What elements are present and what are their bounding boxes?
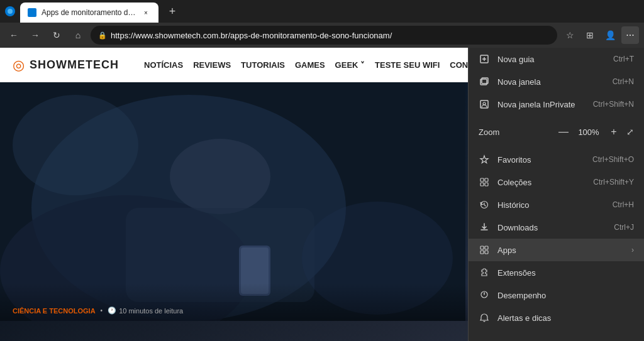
menu-item-downloads[interactable]: Downloads Ctrl+J [469, 216, 644, 239]
refresh-button[interactable]: ↻ [48, 26, 65, 44]
tab-close-button[interactable]: × [141, 8, 151, 18]
address-bar-input[interactable]: 🔒 https://www.showmetech.com.br/apps-de-… [91, 26, 557, 45]
nova-guia-label: Nova guia [497, 55, 606, 64]
svg-rect-18 [485, 178, 488, 181]
nav-wifi[interactable]: TESTE SEU WIFI [375, 60, 440, 70]
context-menu: Nova guia Ctrl+T Nova janela Ctrl+N Nova… [468, 48, 644, 341]
apps-label: Apps [497, 246, 624, 255]
historico-shortcut: Ctrl+H [613, 200, 634, 209]
lock-icon: 🔒 [98, 31, 107, 40]
toolbar-right: ☆ ⊞ 👤 ··· [561, 26, 639, 44]
svg-point-0 [8, 9, 13, 14]
apps-arrow: › [631, 246, 634, 254]
address-bar: ← → ↻ ⌂ 🔒 https://www.showmetech.com.br/… [0, 23, 644, 48]
menu-item-alertas[interactable]: Alertas e dicas [469, 306, 644, 329]
nova-guia-shortcut: Ctrl+T [613, 55, 634, 63]
desempenho-icon [479, 290, 490, 301]
downloads-shortcut: Ctrl+J [614, 223, 634, 232]
menu-item-colecoes[interactable]: Coleções Ctrl+Shift+Y [469, 171, 644, 193]
menu-item-nova-janela[interactable]: Nova janela Ctrl+N [469, 70, 644, 93]
logo-text: SHOWMETECH [30, 58, 119, 72]
inprivate-icon [479, 99, 490, 110]
page-content: ◎ SHOWMETECH NOTÍCIAS REVIEWS TUTORIAIS … [0, 48, 644, 341]
colecoes-shortcut: Ctrl+Shift+Y [593, 178, 634, 187]
zoom-in-button[interactable]: + [606, 124, 621, 139]
nav-noticias[interactable]: NOTÍCIAS [144, 60, 183, 70]
nova-janela-icon [479, 76, 490, 87]
back-button[interactable]: ← [5, 26, 23, 44]
favoritos-icon [479, 154, 490, 165]
nova-janela-label: Nova janela [497, 77, 605, 87]
forward-button[interactable]: → [26, 26, 44, 44]
profile-button[interactable]: 👤 [601, 26, 619, 44]
nova-janela-shortcut: Ctrl+N [613, 77, 634, 86]
zoom-out-button[interactable]: — [556, 124, 571, 139]
svg-rect-24 [480, 251, 484, 254]
nova-guia-icon [479, 53, 490, 65]
alertas-label: Alertas e dicas [497, 313, 634, 323]
svg-point-8 [13, 95, 138, 195]
nav-reviews[interactable]: REVIEWS [193, 60, 231, 70]
nav-games[interactable]: GAMES [295, 60, 325, 70]
colecoes-label: Coleções [497, 178, 586, 187]
alertas-icon [479, 312, 490, 323]
zoom-controls: — 100% + ⤢ [556, 124, 634, 139]
browser-icon [5, 6, 15, 16]
hero-category: CIÊNCIA E TECNOLOGIA [13, 307, 96, 315]
menu-item-favoritos[interactable]: Favoritos Ctrl+Shift+O [469, 148, 644, 171]
hero-caption: CIÊNCIA E TECNOLOGIA • 🕐 10 minutos de l… [13, 306, 183, 315]
inprivate-label: Nova janela InPrivate [497, 100, 586, 109]
nav-tutoriais[interactable]: TUTORIAIS [241, 60, 285, 70]
svg-rect-17 [480, 178, 484, 181]
collections-button[interactable]: ⊞ [581, 26, 599, 44]
desempenho-label: Desempenho [497, 291, 634, 300]
read-time-text: 10 minutos de leitura [119, 307, 183, 315]
zoom-expand-button[interactable]: ⤢ [626, 127, 634, 137]
menu-item-historico[interactable]: Histórico Ctrl+H [469, 193, 644, 216]
svg-rect-22 [480, 246, 484, 249]
zoom-label: Zoom [479, 127, 551, 137]
extensoes-label: Extensões [497, 268, 634, 278]
downloads-icon [479, 222, 490, 233]
svg-point-4 [170, 139, 270, 214]
menu-item-nova-guia[interactable]: Nova guia Ctrl+T [469, 48, 644, 70]
active-tab[interactable]: Apps de monitoramento de sono... × [20, 3, 158, 23]
apps-icon [479, 244, 490, 256]
tab-bar: Apps de monitoramento de sono... × + [0, 0, 644, 23]
menu-item-imprimir[interactable]: Imprimir Ctrl+P [469, 334, 644, 341]
colecoes-icon [479, 176, 490, 188]
svg-point-16 [483, 102, 486, 105]
menu-button[interactable]: ··· [621, 26, 639, 44]
zoom-control-row: Zoom — 100% + ⤢ [469, 121, 644, 143]
nav-geek[interactable]: GEEK ˅ [335, 60, 365, 70]
svg-rect-23 [485, 246, 488, 249]
new-tab-button[interactable]: + [164, 3, 181, 20]
tab-favicon [28, 8, 36, 17]
svg-rect-19 [480, 183, 484, 186]
svg-rect-20 [485, 183, 488, 186]
menu-item-extensoes[interactable]: Extensões [469, 261, 644, 284]
tab-bar-left: Apps de monitoramento de sono... × + [5, 1, 181, 21]
downloads-label: Downloads [497, 223, 606, 232]
historico-label: Histórico [497, 200, 605, 210]
menu-item-desempenho[interactable]: Desempenho [469, 284, 644, 306]
nav-links: NOTÍCIAS REVIEWS TUTORIAIS GAMES GEEK ˅ … [144, 60, 496, 70]
menu-item-inprivate[interactable]: Nova janela InPrivate Ctrl+Shift+N [469, 93, 644, 116]
favorites-button[interactable]: ☆ [561, 26, 579, 44]
home-button[interactable]: ⌂ [69, 26, 87, 44]
svg-rect-25 [485, 251, 488, 254]
extensoes-icon [479, 267, 490, 278]
clock-icon: 🕐 [108, 306, 116, 315]
hero-dot: • [101, 307, 103, 314]
zoom-percent: 100% [576, 127, 601, 137]
menu-item-apps[interactable]: Apps › [469, 239, 644, 261]
favoritos-label: Favoritos [497, 155, 585, 165]
historico-icon [479, 199, 490, 210]
logo-icon: ◎ [13, 57, 25, 73]
site-logo: ◎ SHOWMETECH [13, 57, 119, 73]
hero-read-time: 🕐 10 minutos de leitura [108, 306, 183, 315]
tab-title: Apps de monitoramento de sono... [42, 8, 136, 17]
browser-frame: Apps de monitoramento de sono... × + ← →… [0, 0, 644, 341]
address-text: https://www.showmetech.com.br/apps-de-mo… [111, 31, 550, 40]
favoritos-shortcut: Ctrl+Shift+O [592, 155, 634, 164]
